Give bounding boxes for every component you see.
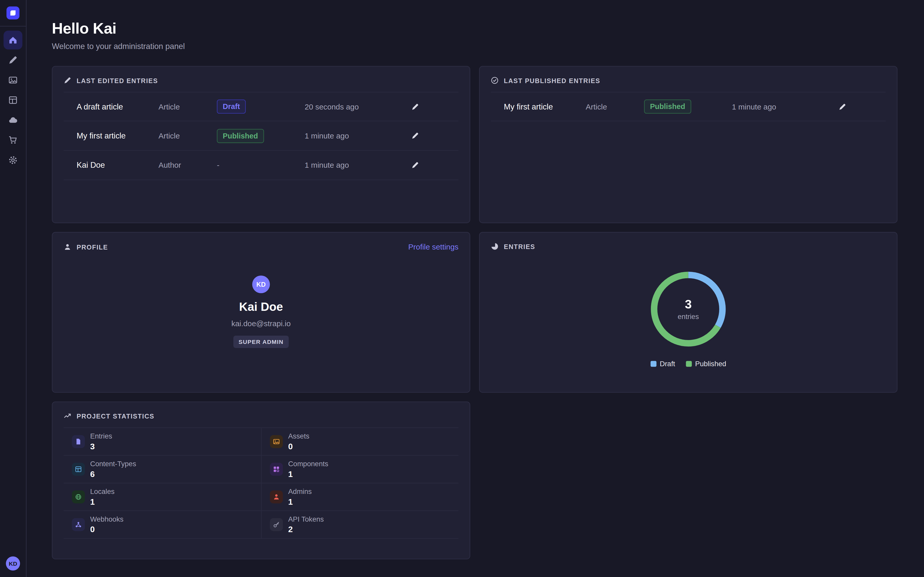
last-edited-entries-card: LAST EDITED ENTRIES A draft article Arti… [52, 66, 470, 223]
entry-status-cell: - [217, 161, 305, 169]
stat-label: API Tokens [288, 515, 324, 524]
table-row: Kai Doe Author - 1 minute ago [64, 151, 459, 180]
cart-icon [8, 135, 18, 145]
entry-time: 1 minute ago [732, 102, 834, 111]
legend-item-published: Published [686, 360, 726, 368]
pencil-icon [411, 103, 418, 111]
legend-label: Draft [660, 360, 675, 368]
stat-label: Admins [288, 487, 312, 496]
entry-type: Article [158, 131, 217, 140]
card-title: PROFILE [76, 243, 108, 251]
table-row: A draft article Article Draft 20 seconds… [64, 92, 459, 121]
table-row: My first article Article Published 1 min… [491, 92, 885, 121]
chart-legend: Draft Published [650, 360, 726, 368]
pie-icon [491, 243, 498, 250]
entries-card: ENTRIES 3 entries [479, 232, 898, 393]
sidebar-item-home[interactable] [3, 31, 22, 49]
stat-label: Content-Types [90, 460, 136, 468]
stat-cell-components: Components 1 [261, 456, 459, 484]
stat-value: 0 [288, 442, 310, 451]
profile-settings-link[interactable]: Profile settings [408, 243, 459, 251]
card-header: PROJECT STATISTICS [64, 412, 459, 420]
edit-entry-button[interactable] [407, 157, 423, 173]
stats-grid: Entries 3 Assets 0 Con [64, 427, 459, 539]
entry-name: A draft article [76, 102, 158, 111]
stat-label: Locales [90, 487, 115, 496]
profile-avatar: KD [252, 276, 270, 293]
profile-email: kai.doe@strapi.io [231, 319, 291, 328]
entry-type: Article [586, 102, 644, 111]
stat-cell-assets: Assets 0 [261, 428, 459, 456]
strapi-logo[interactable] [6, 6, 19, 19]
user-avatar[interactable]: KD [6, 556, 20, 571]
card-title: PROJECT STATISTICS [76, 413, 154, 419]
entry-name: My first article [76, 131, 158, 140]
stat-cell-webhooks: Webhooks 0 [64, 511, 261, 539]
card-title: ENTRIES [504, 243, 535, 250]
stat-cell-locales: Locales 1 [64, 484, 261, 511]
check-circle-icon [491, 76, 498, 84]
last-edited-table: A draft article Article Draft 20 seconds… [64, 92, 459, 180]
layout-icon [8, 95, 18, 105]
last-published-entries-card: LAST PUBLISHED ENTRIES My first article … [479, 66, 898, 223]
card-header: LAST PUBLISHED ENTRIES [491, 76, 885, 84]
blocks-icon [270, 463, 283, 476]
globe-icon [72, 490, 85, 503]
entry-status-cell: Published [644, 100, 732, 114]
pencil-icon [64, 76, 71, 84]
sidebar-item-content-type-builder[interactable] [3, 91, 22, 110]
status-badge: Draft [217, 100, 246, 114]
entries-body: 3 entries Draft Published [491, 250, 885, 368]
image-icon [270, 435, 283, 448]
profile-card: PROFILE Profile settings KD Kai Doe kai.… [52, 232, 470, 393]
sidebar: KD [0, 0, 26, 577]
user-icon [64, 243, 71, 251]
trend-icon [64, 412, 71, 420]
card-title: LAST PUBLISHED ENTRIES [504, 77, 600, 84]
stat-value: 6 [90, 469, 136, 479]
card-header: PROFILE Profile settings [64, 243, 459, 251]
edit-entry-button[interactable] [407, 127, 423, 144]
gear-icon [8, 155, 18, 165]
widgets-grid: LAST EDITED ENTRIES A draft article Arti… [52, 66, 898, 559]
donut-svg [647, 268, 729, 350]
stat-label: Entries [90, 432, 112, 440]
sidebar-nav [3, 26, 22, 169]
sidebar-item-deploy[interactable] [3, 111, 22, 129]
pencil-icon [838, 103, 846, 111]
entry-status-cell: Draft [217, 100, 305, 114]
stat-value: 1 [288, 497, 312, 506]
pencil-icon [411, 161, 418, 169]
card-title: LAST EDITED ENTRIES [76, 77, 158, 84]
stat-cell-entries: Entries 3 [64, 428, 261, 456]
edit-entry-button[interactable] [407, 98, 423, 114]
sidebar-item-marketplace[interactable] [3, 131, 22, 150]
person-icon [270, 490, 283, 503]
stat-value: 2 [288, 525, 324, 534]
published-swatch [686, 361, 692, 367]
page-title: Hello Kai [52, 19, 898, 38]
key-icon [270, 518, 283, 531]
card-header: ENTRIES [491, 243, 885, 250]
entry-type: Author [158, 161, 217, 169]
stat-value: 1 [288, 469, 328, 479]
stat-value: 1 [90, 497, 115, 506]
stat-label: Components [288, 460, 328, 468]
last-published-table: My first article Article Published 1 min… [491, 92, 885, 121]
sidebar-item-settings[interactable] [3, 151, 22, 169]
stat-cell-api-tokens: API Tokens 2 [261, 511, 459, 539]
entry-type: Article [158, 102, 217, 111]
card-header: LAST EDITED ENTRIES [64, 76, 459, 84]
project-statistics-card: PROJECT STATISTICS Entries 3 Assets [52, 401, 470, 559]
layout-icon [72, 463, 85, 476]
status-badge: Published [644, 100, 691, 114]
entry-name: Kai Doe [76, 161, 158, 169]
entry-time: 1 minute ago [305, 161, 406, 169]
legend-label: Published [695, 360, 726, 368]
sidebar-item-media-library[interactable] [3, 71, 22, 90]
edit-entry-button[interactable] [834, 98, 850, 114]
profile-name: Kai Doe [239, 300, 283, 314]
app-root: KD Hello Kai Welcome to your administrat… [0, 0, 924, 577]
webhook-icon [72, 518, 85, 531]
sidebar-item-content-manager[interactable] [3, 50, 22, 69]
